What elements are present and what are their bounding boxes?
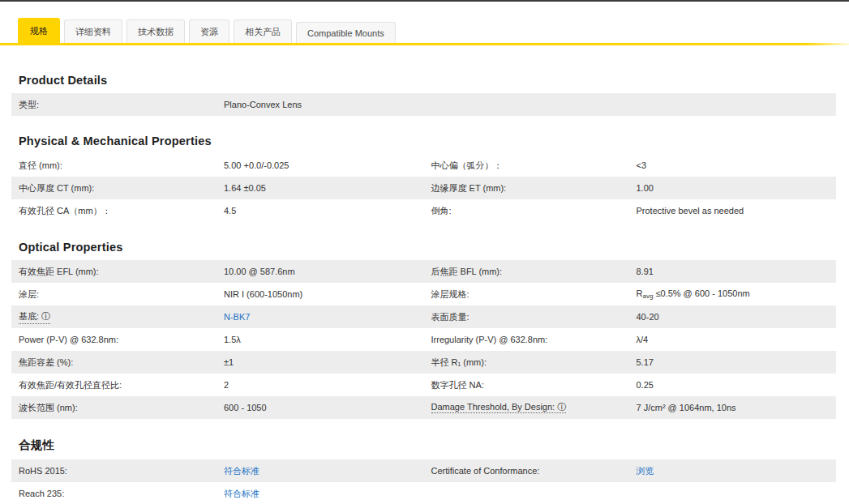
tab-related-products[interactable]: 相关产品 (234, 19, 292, 43)
spec-value-clear-aperture: 4.5 (224, 206, 424, 216)
spec-label-efl: 有效焦距 EFL (mm): (19, 266, 224, 278)
spec-label-bevel: 倒角: (431, 205, 637, 217)
spec-value-focal-tolerance: ±1 (224, 357, 424, 367)
spec-row-efl-bfl: 有效焦距 EFL (mm): 10.00 @ 587.6nm 后焦距 BFL (… (11, 260, 836, 283)
spec-value-diameter: 5.00 +0.0/-0.025 (224, 160, 424, 170)
spec-label-radius: 半径 R₁ (mm): (431, 357, 637, 369)
spec-value-edge-thickness: 1.00 (637, 183, 837, 193)
tab-details[interactable]: 详细资料 (64, 19, 122, 43)
spec-value-coating-spec: Ravg ≤0.5% @ 600 - 1050nm (637, 288, 837, 300)
spec-label-clear-aperture: 有效孔径 CA（mm）： (19, 205, 224, 217)
spec-row-tolerance-radius: 焦距容差 (%): ±1 半径 R₁ (mm): 5.17 (11, 351, 836, 374)
spec-label-reach: Reach 235: (19, 489, 224, 498)
spec-value-certificate-of-conformance: 浏览 (637, 465, 837, 477)
section-title-optical: Optical Properties (19, 241, 836, 254)
specifications-panel: Product Details 类型: Plano-Convex Lens Ph… (0, 45, 849, 504)
spec-label-edge-thickness: 边缘厚度 ET (mm): (431, 182, 637, 194)
spec-value-na: 0.25 (637, 380, 837, 390)
spec-label-rohs: RoHS 2015: (19, 466, 224, 476)
substrate-link[interactable]: N-BK7 (224, 312, 250, 322)
section-title-physical-mechanical: Physical & Mechanical Properties (19, 135, 836, 147)
spec-label-surface-quality: 表面质量: (431, 311, 637, 323)
spec-row-rohs-coc: RoHS 2015: 符合标准 Certificate of Conforman… (11, 459, 836, 482)
spec-label-certificate-of-conformance: Certificate of Conformance: (431, 466, 637, 476)
product-tabs: 规格 详细资料 技术数据 资源 相关产品 Compatible Mounts (0, 2, 849, 43)
spec-row-power-irregularity: Power (P-V) @ 632.8nm: 1.5λ Irregularity… (11, 328, 836, 351)
spec-value-reach: 符合标准 (224, 488, 424, 500)
spec-row-wavelength-damage: 波长范围 (nm): 600 - 1050 Damage Threshold, … (11, 396, 836, 419)
spec-value-wavelength-range: 600 - 1050 (224, 403, 424, 412)
tab-specifications[interactable]: 规格 (18, 18, 60, 43)
reach-compliant-link[interactable]: 符合标准 (224, 489, 259, 498)
spec-value-coating: NIR I (600-1050nm) (224, 289, 424, 299)
spec-row-diameter-centration: 直径 (mm): 5.00 +0.0/-0.025 中心偏（弧分）： <3 (11, 154, 836, 177)
spec-label-center-thickness: 中心厚度 CT (mm): (19, 182, 224, 194)
spec-label-focal-tolerance: 焦距容差 (%): (19, 357, 224, 369)
section-product-details: Product Details 类型: Plano-Convex Lens (11, 74, 836, 116)
spec-label-diameter: 直径 (mm): (19, 160, 224, 172)
certificate-view-link[interactable]: 浏览 (637, 466, 654, 476)
spec-row-fnumber-na: 有效焦距/有效孔径直径比: 2 数字孔径 NA: 0.25 (11, 374, 836, 396)
spec-value-efl: 10.00 @ 587.6nm (224, 267, 424, 276)
info-icon[interactable]: ⓘ (41, 312, 50, 321)
spec-value-surface-quality: 40-20 (637, 312, 837, 322)
spec-label-wavelength-range: 波长范围 (nm): (19, 402, 224, 414)
spec-label-power: Power (P-V) @ 632.8nm: (19, 335, 224, 344)
spec-row-ca-bevel: 有效孔径 CA（mm）： 4.5 倒角: Protective bevel as… (11, 199, 836, 222)
spec-value-center-thickness: 1.64 ±0.05 (224, 183, 424, 193)
spec-value-irregularity: λ/4 (637, 335, 837, 344)
spec-value-centration: <3 (637, 160, 837, 170)
spec-value-efl-ca-ratio: 2 (224, 380, 424, 390)
tab-compatible-mounts[interactable]: Compatible Mounts (296, 22, 396, 43)
spec-label-bfl: 后焦距 BFL (mm): (431, 266, 637, 278)
spec-value-damage-threshold: 7 J/cm² @ 1064nm, 10ns (637, 403, 837, 412)
spec-value-power: 1.5λ (224, 335, 424, 344)
tab-resources[interactable]: 资源 (189, 19, 229, 43)
spec-value-type: Plano-Convex Lens (224, 100, 424, 109)
spec-row-type: 类型: Plano-Convex Lens (11, 93, 836, 116)
section-physical-mechanical: Physical & Mechanical Properties 直径 (mm)… (11, 135, 836, 222)
spec-value-radius: 5.17 (637, 357, 837, 367)
spec-label-efl-ca-ratio: 有效焦距/有效孔径直径比: (19, 379, 224, 391)
info-icon[interactable]: ⓘ (557, 403, 566, 412)
spec-label-coating: 涂层: (19, 288, 224, 301)
tab-technical-data[interactable]: 技术数据 (126, 19, 185, 43)
rohs-compliant-link[interactable]: 符合标准 (224, 466, 259, 476)
spec-label-coating-spec: 涂层规格: (431, 288, 637, 301)
spec-value-bfl: 8.91 (637, 267, 837, 276)
spec-label-type: 类型: (19, 99, 224, 111)
section-compliance: 合规性 RoHS 2015: 符合标准 Certificate of Confo… (11, 438, 836, 504)
section-optical: Optical Properties 有效焦距 EFL (mm): 10.00 … (11, 241, 836, 419)
spec-label-centration: 中心偏（弧分）： (431, 160, 637, 172)
spec-value-rohs: 符合标准 (224, 465, 424, 477)
spec-value-bevel: Protective bevel as needed (637, 206, 837, 216)
spec-row-substrate-surface: 基底:ⓘ N-BK7 表面质量: 40-20 (11, 305, 836, 328)
spec-label-substrate: 基底:ⓘ (19, 310, 224, 324)
spec-label-irregularity: Irregularity (P-V) @ 632.8nm: (431, 335, 637, 344)
spec-row-reach: Reach 235: 符合标准 (11, 482, 836, 504)
spec-label-damage-threshold: Damage Threshold, By Design:ⓘ (431, 402, 637, 413)
spec-label-na: 数字孔径 NA: (431, 379, 637, 391)
spec-row-coating: 涂层: NIR I (600-1050nm) 涂层规格: Ravg ≤0.5% … (11, 283, 836, 305)
section-title-product-details: Product Details (19, 74, 836, 87)
spec-row-ct-et: 中心厚度 CT (mm): 1.64 ±0.05 边缘厚度 ET (mm): 1… (11, 177, 836, 199)
spec-value-substrate: N-BK7 (224, 312, 424, 322)
section-title-compliance: 合规性 (19, 438, 836, 453)
